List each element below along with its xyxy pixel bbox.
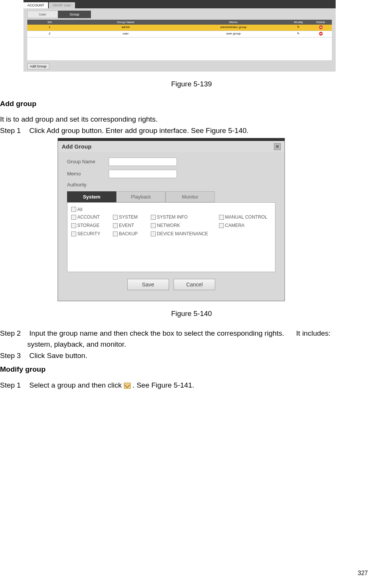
- checkbox-label: CAMERA: [225, 223, 244, 228]
- heading-add-group: Add group: [0, 100, 383, 108]
- pencil-icon[interactable]: ✎: [297, 32, 300, 36]
- checkbox-event[interactable]: EVENT: [113, 223, 151, 228]
- cell-sn: 1: [27, 25, 72, 31]
- checkbox-label: BACKUP: [119, 231, 138, 236]
- checkbox-icon[interactable]: [71, 223, 76, 228]
- step-label: Step 3: [0, 352, 27, 360]
- col-delete: Delete: [310, 20, 332, 25]
- checkbox-icon[interactable]: [151, 223, 156, 228]
- col-sn: SN: [27, 20, 72, 25]
- step-text: Input the group name and then check the …: [29, 329, 284, 337]
- checkbox-icon[interactable]: [71, 215, 76, 220]
- tab-monitor[interactable]: Monitor: [166, 191, 215, 202]
- checkbox-label: NETWORK: [157, 223, 180, 228]
- checkbox-system[interactable]: SYSTEM: [113, 214, 151, 220]
- checkbox-icon[interactable]: [113, 231, 118, 236]
- tab-playback[interactable]: Playback: [116, 191, 166, 202]
- checkbox-label: SYSTEM: [119, 214, 138, 220]
- cell-gn: user: [72, 31, 180, 37]
- checkbox-icon[interactable]: [113, 215, 118, 220]
- modify-step-1: Step 1 Select a group and then click . S…: [0, 381, 383, 389]
- delete-icon[interactable]: [319, 25, 323, 29]
- group-name-input[interactable]: [109, 158, 177, 166]
- label-group-name: Group Name: [67, 159, 109, 164]
- subtab-user[interactable]: User: [27, 11, 58, 18]
- step-2-line2: system, playback, and monitor.: [27, 340, 383, 349]
- main-tabs: ACCOUNT ONVIF User: [23, 2, 336, 8]
- checkbox-icon[interactable]: [151, 215, 156, 220]
- checkbox-icon[interactable]: [113, 223, 118, 228]
- tab-system[interactable]: System: [67, 191, 116, 202]
- cell-modify[interactable]: ✎: [287, 25, 310, 31]
- checkbox-label: All: [77, 207, 82, 212]
- tab-onvif-user[interactable]: ONVIF User: [49, 2, 75, 8]
- step-label: Step 1: [0, 381, 27, 389]
- step-text-a: Select a group and then click: [29, 381, 122, 389]
- checkbox-label: ACCOUNT: [77, 214, 100, 220]
- delete-icon[interactable]: [319, 32, 323, 36]
- close-icon[interactable]: ✕: [274, 143, 281, 150]
- checkbox-network[interactable]: NETWORK: [151, 223, 219, 228]
- checkbox-icon[interactable]: [219, 223, 224, 228]
- step-text-b: . See Figure 5-141.: [133, 381, 194, 389]
- checkbox-storage[interactable]: STORAGE: [71, 223, 113, 228]
- add-group-dialog-screenshot: Add Group ✕ Group Name Memo Authority Sy…: [58, 138, 285, 302]
- dark-top: [58, 138, 285, 141]
- checkbox-account[interactable]: ACCOUNT: [71, 214, 113, 220]
- modify-pencil-icon: [124, 383, 131, 389]
- tab-account[interactable]: ACCOUNT: [23, 2, 48, 8]
- label-authority: Authority: [67, 182, 109, 188]
- cell-memo: user group: [180, 31, 287, 37]
- table-row[interactable]: 1 admin administrator group ✎: [27, 25, 332, 31]
- page-number: 327: [358, 570, 368, 577]
- sub-tabs: User Group: [27, 11, 336, 18]
- cell-gn: admin: [72, 25, 180, 31]
- cell-modify[interactable]: ✎: [287, 31, 310, 37]
- col-group-name: Group Name: [72, 20, 180, 25]
- label-memo: Memo: [67, 171, 109, 177]
- step-label: Step 2: [0, 329, 27, 338]
- table-body-empty: [27, 38, 332, 60]
- dialog-title: Add Group: [62, 143, 91, 150]
- checkbox-label: DEVICE MAINTENANCE: [157, 231, 208, 236]
- subtab-group[interactable]: Group: [58, 11, 91, 18]
- cell-memo: administrator group: [180, 25, 287, 31]
- checkbox-label: SECURITY: [77, 231, 100, 236]
- checkbox-system-info[interactable]: SYSTEM INFO: [151, 214, 219, 220]
- authority-tabs: System Playback Monitor: [67, 191, 275, 202]
- step-2: Step 2 Input the group name and then che…: [0, 329, 383, 338]
- save-button[interactable]: Save: [127, 279, 169, 290]
- step-text-tail: It includes:: [296, 329, 331, 337]
- rights-panel: All ACCOUNT SYSTEM SYSTEM INFO MANUAL CO…: [67, 202, 275, 272]
- table-row[interactable]: 2 user user group ✎: [27, 31, 332, 38]
- checkbox-label: STORAGE: [77, 223, 99, 228]
- pencil-icon[interactable]: ✎: [297, 25, 300, 29]
- checkbox-label: SYSTEM INFO: [157, 214, 188, 220]
- checkbox-manual-control[interactable]: MANUAL CONTROL: [219, 214, 280, 220]
- step-label: Step 1: [0, 127, 27, 135]
- checkbox-camera[interactable]: CAMERA: [219, 223, 280, 228]
- checkbox-icon[interactable]: [71, 207, 76, 212]
- checkbox-security[interactable]: SECURITY: [71, 231, 113, 236]
- cancel-button[interactable]: Cancel: [174, 279, 215, 290]
- checkbox-backup[interactable]: BACKUP: [113, 231, 151, 236]
- checkbox-all[interactable]: All: [71, 207, 82, 212]
- step-text: Click Add group button. Enter add group …: [29, 127, 249, 134]
- checkbox-icon[interactable]: [219, 215, 224, 220]
- memo-input[interactable]: [109, 170, 177, 178]
- cell-delete[interactable]: [310, 31, 332, 37]
- table-header: SN Group Name Memo Modify Delete: [27, 20, 332, 25]
- figure-caption-139: Figure 5-139: [0, 80, 383, 88]
- checkbox-device-maintenance[interactable]: DEVICE MAINTENANCE: [151, 231, 219, 236]
- step-text: Click Save button.: [29, 352, 87, 360]
- figure-caption-140: Figure 5-140: [0, 310, 383, 318]
- checkbox-icon[interactable]: [151, 231, 156, 236]
- cell-delete[interactable]: [310, 25, 332, 31]
- add-group-button[interactable]: Add Group: [27, 63, 49, 69]
- col-memo: Memo: [180, 20, 287, 25]
- step-1: Step 1 Click Add group button. Enter add…: [0, 127, 383, 135]
- para-add-group-intro: It is to add group and set its correspon…: [0, 115, 383, 124]
- checkbox-icon[interactable]: [71, 231, 76, 236]
- heading-modify-group: Modify group: [0, 365, 383, 374]
- cell-sn: 2: [27, 31, 72, 37]
